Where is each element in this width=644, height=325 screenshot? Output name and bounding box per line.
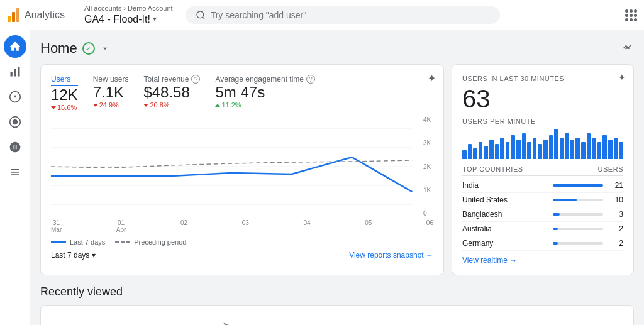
page-header-chevron[interactable] (100, 43, 110, 53)
legend-last7: Last 7 days (51, 238, 105, 246)
metric-new-users-value: 7.1K (93, 84, 129, 101)
bar (560, 138, 564, 159)
x-label-2: 02 (180, 219, 187, 233)
country-bar-bg (553, 184, 603, 187)
bar (565, 133, 569, 159)
chart-card: ✦ Users 12K 16.6% New users 7.1K 24. (40, 64, 444, 275)
realtime-count: 63 (462, 85, 623, 113)
revenue-info-icon[interactable]: ? (191, 75, 200, 84)
bar (484, 146, 488, 159)
view-reports-link[interactable]: View reports snapshot → (349, 251, 433, 260)
metrics-row: Users 12K 16.6% New users 7.1K 24.9% (51, 75, 433, 111)
country-row: Bangladesh 3 (462, 207, 623, 222)
sidebar-item-admin[interactable] (4, 161, 26, 184)
view-realtime-link[interactable]: View realtime → (462, 256, 623, 265)
chart-add-icon[interactable]: ✦ (428, 72, 436, 84)
country-users: 3 (608, 210, 623, 219)
explore-icon (9, 91, 21, 103)
chart-y-labels: 4K 3K 2K 1K 0 (423, 116, 438, 217)
metric-users[interactable]: Users 12K 16.6% (51, 75, 78, 111)
metric-new-users[interactable]: New users 7.1K 24.9% (93, 75, 129, 111)
metric-users-label: Users (51, 75, 78, 86)
bar (473, 148, 477, 159)
up-arrow-icon (215, 104, 220, 107)
x-label-6: 06 (426, 219, 433, 233)
search-bar[interactable] (186, 6, 500, 24)
search-input[interactable] (211, 10, 490, 20)
page-header: Home ✓ (40, 40, 634, 57)
bar (619, 142, 623, 159)
cards-row: ✦ Users 12K 16.6% New users 7.1K 24. (40, 64, 634, 275)
bar (592, 138, 596, 159)
country-name: United States (462, 196, 553, 204)
top-right (625, 9, 636, 21)
metric-engagement[interactable]: Average engagement time ? 5m 47s 11.2% (215, 75, 315, 111)
sidebar-item-advertising[interactable] (4, 111, 26, 133)
sidebar-item-reports[interactable] (4, 60, 26, 83)
metric-revenue[interactable]: Total revenue ? $48.58 20.8% (143, 75, 200, 111)
bar (554, 129, 558, 159)
bar (489, 140, 494, 159)
bar (538, 144, 542, 159)
realtime-title: USERS IN LAST 30 MINUTES (462, 75, 623, 82)
bar (506, 142, 510, 159)
country-users: 2 (608, 239, 623, 248)
country-bar-fill (553, 184, 603, 187)
country-bar-fill (553, 242, 558, 245)
page-title: Home (40, 40, 77, 57)
date-selector[interactable]: Last 7 days ▾ (51, 251, 96, 260)
insights-icon[interactable] (621, 41, 634, 54)
sidebar-item-explore[interactable] (4, 85, 26, 108)
svg-line-1 (203, 17, 204, 19)
down-arrow-icon (143, 104, 148, 107)
bar (581, 142, 586, 159)
recently-empty: Reports and pages you recently visited w… (40, 305, 634, 325)
metric-revenue-change: 20.8% (143, 101, 200, 109)
bar (511, 135, 515, 159)
sidebar-item-configure[interactable] (4, 136, 26, 158)
realtime-add-icon[interactable]: ✦ (618, 72, 626, 82)
top-nav: Analytics All accounts › Demo Account GA… (0, 0, 644, 30)
sidebar-item-home[interactable] (4, 35, 26, 58)
main-content: Home ✓ ✦ Users 12K 16.6% New (30, 30, 644, 325)
users-col-label: USERS (598, 165, 623, 173)
bar-chart-icon (9, 65, 21, 78)
bar (522, 133, 526, 159)
breadcrumb: All accounts › Demo Account GA4 - Flood-… (84, 4, 173, 25)
bar (533, 138, 537, 159)
bar (462, 150, 467, 159)
bar (614, 138, 618, 159)
metric-engagement-change: 11.2% (215, 101, 315, 109)
chart-x-labels: 31Mar 01Apr 02 03 04 05 06 (51, 219, 433, 233)
countries-list: India 21 United States 10 Bangladesh 3 A… (462, 179, 623, 251)
country-bar-fill (553, 228, 558, 230)
bar (468, 144, 472, 159)
bar (516, 140, 521, 159)
engagement-info-icon[interactable]: ? (306, 75, 315, 84)
country-bar-fill (553, 199, 577, 201)
country-name: Germany (462, 239, 553, 248)
breadcrumb-account: All accounts › Demo Account (84, 4, 173, 13)
metric-users-value: 12K (51, 86, 78, 104)
sidebar (0, 30, 30, 325)
realtime-card: ✦ USERS IN LAST 30 MINUTES 63 USERS PER … (452, 64, 634, 275)
country-row: Germany 2 (462, 236, 623, 251)
bar (608, 140, 613, 159)
chart-footer: Last 7 days ▾ View reports snapshot → (51, 251, 433, 260)
x-label-3: 03 (242, 219, 249, 233)
admin-icon (9, 166, 21, 179)
logo-area: Analytics (8, 8, 77, 22)
bar (527, 142, 531, 159)
apps-icon[interactable] (625, 9, 636, 21)
bar (479, 142, 483, 159)
metric-users-change: 16.6% (51, 104, 78, 111)
country-users: 2 (608, 224, 623, 233)
country-bar-bg (553, 199, 603, 201)
countries-header: TOP COUNTRIES USERS (462, 165, 623, 176)
country-bar-bg (553, 213, 603, 216)
metric-engagement-label: Average engagement time ? (215, 75, 315, 84)
breadcrumb-property[interactable]: GA4 - Flood-It! ▾ (84, 13, 173, 25)
upm-label: USERS PER MINUTE (462, 118, 623, 125)
countries-col-label: TOP COUNTRIES (462, 165, 523, 173)
svg-rect-4 (18, 67, 19, 77)
